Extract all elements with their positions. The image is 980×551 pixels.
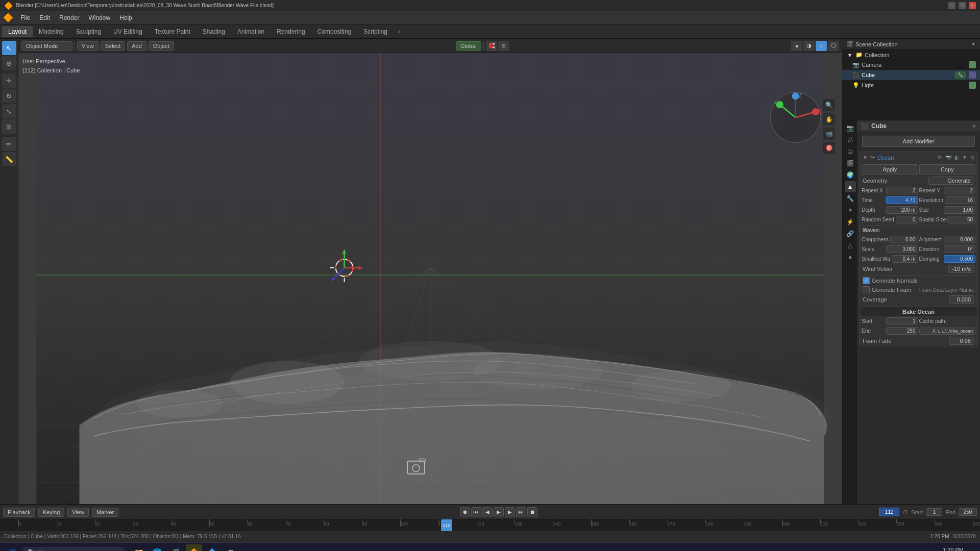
select-tool[interactable]: ↖ (2, 41, 16, 55)
shading-mode-material[interactable]: ◑ (803, 41, 815, 51)
menu-file[interactable]: File (16, 13, 34, 22)
camera-visibility[interactable] (969, 61, 976, 68)
world-tab-icon[interactable]: 🌍 (845, 169, 856, 181)
scale-value[interactable]: 3.000 (886, 245, 918, 253)
timeline-ruler[interactable]: 0102030405060708090100110120130140150160… (0, 519, 980, 531)
taskbar-explorer[interactable]: 📁 (131, 544, 147, 551)
size-value[interactable]: 1.00 (944, 206, 976, 214)
object-menu[interactable]: Object (149, 41, 174, 51)
physics-tab-icon[interactable]: ⚡ (845, 216, 856, 228)
marker-menu[interactable]: Marker (92, 508, 118, 517)
particles-tab-icon[interactable]: ✦ (845, 205, 856, 216)
tab-sculpting[interactable]: Sculpting (70, 26, 107, 37)
end-frame-input[interactable]: 250 (959, 508, 977, 516)
repeat-x-value[interactable]: 2 (886, 187, 918, 194)
shading-mode-solid[interactable]: ● (791, 41, 802, 51)
view-timeline-menu[interactable]: View (67, 508, 89, 517)
playhead[interactable]: 112 (441, 519, 452, 531)
close-button[interactable]: ✕ (969, 2, 976, 9)
tab-compositing[interactable]: Compositing (311, 26, 358, 37)
damping-value[interactable]: 0.500 (944, 255, 976, 263)
taskbar-blender[interactable]: 🔶 (186, 544, 202, 551)
taskbar-app6[interactable]: ⚙ (223, 544, 239, 551)
resolution-value[interactable]: 16 (945, 196, 975, 204)
smallest-wave-value[interactable]: 0.4 m (892, 255, 918, 263)
modifier-realtime-icon[interactable]: ◐ (954, 155, 959, 160)
maximize-button[interactable]: □ (959, 2, 966, 9)
menu-window[interactable]: Window (84, 13, 114, 22)
cursor-tool[interactable]: ⊕ (2, 56, 16, 70)
prev-frame-button[interactable]: ◀ (482, 507, 493, 517)
pan-icon[interactable]: ✋ (823, 113, 835, 126)
repeat-y-value[interactable]: 2 (944, 187, 976, 194)
minimize-button[interactable]: ─ (948, 2, 955, 9)
taskbar-chrome[interactable]: 🌐 (149, 544, 165, 551)
tab-shading[interactable]: Shading (197, 26, 231, 37)
current-frame-display[interactable]: 112 (879, 508, 899, 516)
start-frame-input[interactable]: 1 (926, 508, 942, 516)
playback-menu[interactable]: Playback (3, 508, 35, 517)
transform-tool[interactable]: ⊞ (2, 119, 16, 134)
shading-mode-rendered[interactable]: ○ (816, 41, 827, 51)
skip-back-button[interactable]: ⏮ (471, 507, 481, 517)
object-data-tab-icon[interactable]: △ (845, 240, 856, 251)
random-seed-value[interactable]: 0 (896, 216, 918, 223)
object-tab-icon[interactable]: ▲ (845, 181, 856, 192)
start-button[interactable]: ⊞ (4, 544, 20, 551)
cache-path-value[interactable]: //..\..\..\..\che_ocean (919, 328, 976, 335)
time-value[interactable]: 4.71 (886, 196, 918, 204)
tab-scripting[interactable]: Scripting (357, 26, 394, 37)
add-modifier-button[interactable]: Add Modifier (862, 136, 975, 147)
snap-icon[interactable]: 🧲 (486, 41, 497, 51)
tab-uv-editing[interactable]: UV Editing (107, 26, 149, 37)
light-visibility[interactable] (969, 82, 976, 89)
scene-tab-icon[interactable]: 🎬 (845, 158, 856, 169)
outliner-camera[interactable]: 📷 Camera (842, 60, 980, 70)
modifier-options-icon[interactable]: ▼ (962, 155, 967, 160)
measure-tool[interactable]: 📏 (2, 152, 16, 166)
mode-selector[interactable]: Object Mode (21, 41, 72, 51)
menu-help[interactable]: Help (115, 13, 136, 22)
viewport-canvas[interactable]: X Y Z User Perspective (112) Collection … (18, 53, 842, 504)
geometry-dropdown[interactable]: Generate (928, 177, 974, 185)
outliner-collection[interactable]: ▼ 📁 Collection (842, 50, 980, 60)
proportional-edit-icon[interactable]: ⊙ (498, 41, 509, 51)
menu-edit[interactable]: Edit (35, 13, 54, 22)
coverage-value[interactable]: 0.000 (949, 295, 974, 304)
tab-modeling[interactable]: Modeling (33, 26, 70, 37)
output-tab-icon[interactable]: 🖨 (845, 134, 856, 145)
end-value[interactable]: 250 (886, 327, 918, 335)
modifier-close-icon[interactable]: ✕ (970, 155, 974, 160)
modifier-render-icon[interactable]: 📷 (945, 155, 951, 160)
choppiness-value[interactable]: 0.00 (890, 236, 918, 243)
add-workspace-button[interactable]: + (394, 27, 405, 37)
search-bar[interactable]: 🔍 Type here to search (22, 547, 125, 551)
modifier-expand-icon[interactable]: ▼ (863, 155, 868, 160)
play-pause-button[interactable]: ▶ (494, 507, 504, 517)
filter-icon[interactable]: ▼ (971, 41, 976, 47)
wind-velocity-value[interactable]: -10 m/s (948, 265, 974, 273)
direction-value[interactable]: 0° (944, 245, 976, 253)
move-tool[interactable]: ✛ (2, 73, 16, 88)
rotate-tool[interactable]: ↻ (2, 89, 16, 103)
foam-fade-value[interactable]: 0.98 (949, 337, 974, 345)
tab-texture-paint[interactable]: Texture Paint (149, 26, 197, 37)
tab-rendering[interactable]: Rendering (271, 26, 311, 37)
alignment-value[interactable]: 0.000 (944, 236, 976, 243)
apply-button[interactable]: Apply (862, 164, 918, 174)
camera-align-icon[interactable]: 🎯 (823, 142, 835, 154)
tab-layout[interactable]: Layout (2, 26, 33, 37)
tab-animation[interactable]: Animation (231, 26, 271, 37)
copy-button[interactable]: Copy (919, 164, 976, 174)
modifier-tab-icon[interactable]: 🔧 (845, 193, 856, 204)
taskbar-spotify[interactable]: 🎵 (167, 544, 184, 551)
scale-tool[interactable]: ⤡ (2, 104, 16, 118)
render-tab-icon[interactable]: 📷 (845, 122, 856, 134)
cube-material-icon[interactable] (969, 71, 976, 79)
transform-orientation[interactable]: Global (456, 41, 481, 51)
depth-value[interactable]: 200 m (886, 206, 918, 214)
outliner-light[interactable]: 💡 Light (842, 80, 980, 90)
material-tab-icon[interactable]: ● (845, 252, 856, 263)
generate-foam-checkbox[interactable] (863, 286, 870, 293)
show-desktop-button[interactable] (968, 545, 976, 551)
